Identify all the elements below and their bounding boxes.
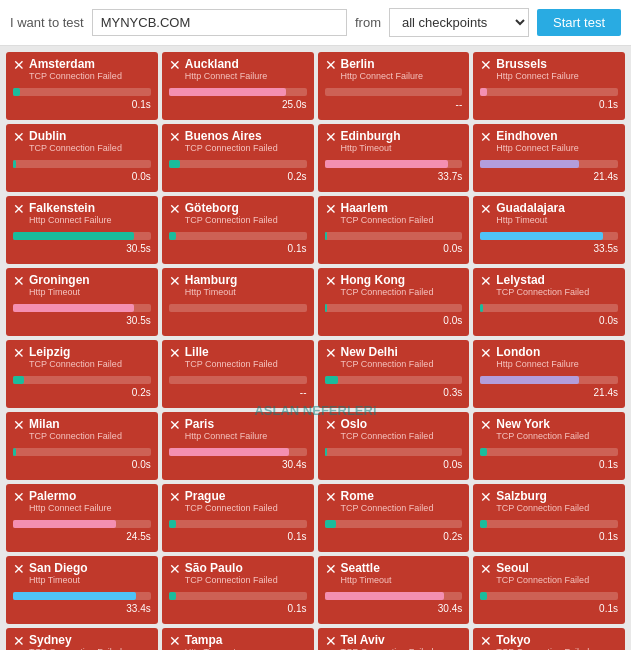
card-status: Http Timeout <box>29 575 151 586</box>
error-icon: ✕ <box>169 490 181 504</box>
card-header: ✕ Milan TCP Connection Failed <box>13 417 151 442</box>
card-title-block: Palermo Http Connect Failure <box>29 489 151 514</box>
card-status: TCP Connection Failed <box>185 215 307 226</box>
card-title-block: Eindhoven Http Connect Failure <box>496 129 618 154</box>
bar-container <box>169 446 307 458</box>
card-city: Salzburg <box>496 489 618 503</box>
card-status: TCP Connection Failed <box>341 287 463 298</box>
card-header: ✕ Buenos Aires TCP Connection Failed <box>169 129 307 154</box>
time-label: 21.4s <box>480 388 618 398</box>
result-card: ✕ Dublin TCP Connection Failed 0.0s <box>6 124 158 192</box>
checkpoint-select[interactable]: all checkpointsEuropeAmericasAsia <box>389 8 529 37</box>
error-icon: ✕ <box>13 490 25 504</box>
card-status: TCP Connection Failed <box>29 143 151 154</box>
card-city: Tampa <box>185 633 307 647</box>
bar-container <box>480 230 618 242</box>
card-status: TCP Connection Failed <box>496 503 618 514</box>
header: I want to test from all checkpointsEurop… <box>0 0 631 46</box>
bar-fill <box>13 592 136 600</box>
card-status: TCP Connection Failed <box>341 215 463 226</box>
card-city: Lelystad <box>496 273 618 287</box>
bar-fill <box>169 232 176 240</box>
bar-fill <box>13 448 16 456</box>
bar-background <box>325 88 463 96</box>
time-label: 0.2s <box>169 172 307 182</box>
card-city: Dublin <box>29 129 151 143</box>
card-title-block: Salzburg TCP Connection Failed <box>496 489 618 514</box>
card-header: ✕ Groningen Http Timeout <box>13 273 151 298</box>
bar-container <box>480 302 618 314</box>
error-icon: ✕ <box>480 58 492 72</box>
result-card: ✕ Göteborg TCP Connection Failed 0.1s <box>162 196 314 264</box>
card-header: ✕ Lelystad TCP Connection Failed <box>480 273 618 298</box>
results-grid: ✕ Amsterdam TCP Connection Failed 0.1s ✕… <box>0 46 631 650</box>
bar-container <box>325 230 463 242</box>
error-icon: ✕ <box>325 274 337 288</box>
error-icon: ✕ <box>13 634 25 648</box>
result-card: ✕ Auckland Http Connect Failure 25.0s <box>162 52 314 120</box>
time-label: 30.5s <box>13 316 151 326</box>
card-header: ✕ London Http Connect Failure <box>480 345 618 370</box>
time-label: 0.0s <box>325 244 463 254</box>
card-status: Http Timeout <box>29 287 151 298</box>
bar-container <box>169 230 307 242</box>
card-status: TCP Connection Failed <box>341 359 463 370</box>
card-header: ✕ Seoul TCP Connection Failed <box>480 561 618 586</box>
bar-container <box>325 86 463 98</box>
card-city: Sydney <box>29 633 151 647</box>
bar-container <box>480 518 618 530</box>
card-title-block: San Diego Http Timeout <box>29 561 151 586</box>
card-status: Http Connect Failure <box>185 71 307 82</box>
result-card: ✕ Eindhoven Http Connect Failure 21.4s <box>473 124 625 192</box>
time-label: 0.1s <box>13 100 151 110</box>
bar-fill <box>480 304 483 312</box>
result-card: ✕ Brussels Http Connect Failure 0.1s <box>473 52 625 120</box>
card-title-block: Berlin Http Connect Failure <box>341 57 463 82</box>
card-city: Oslo <box>341 417 463 431</box>
time-label: 30.4s <box>169 460 307 470</box>
time-label: -- <box>169 388 307 398</box>
result-card: ✕ Sydney TCP Connection Failed 0.2s <box>6 628 158 650</box>
card-city: Milan <box>29 417 151 431</box>
result-card: ✕ New York TCP Connection Failed 0.1s <box>473 412 625 480</box>
card-city: Berlin <box>341 57 463 71</box>
url-input[interactable] <box>92 9 347 36</box>
card-header: ✕ Göteborg TCP Connection Failed <box>169 201 307 226</box>
card-city: Haarlem <box>341 201 463 215</box>
error-icon: ✕ <box>13 418 25 432</box>
bar-background <box>480 520 618 528</box>
bar-fill <box>480 232 603 240</box>
card-header: ✕ Sydney TCP Connection Failed <box>13 633 151 650</box>
card-city: Leipzig <box>29 345 151 359</box>
bar-container <box>13 590 151 602</box>
error-icon: ✕ <box>13 562 25 576</box>
card-city: Hamburg <box>185 273 307 287</box>
time-label: 0.1s <box>480 604 618 614</box>
bar-fill <box>480 88 487 96</box>
card-title-block: Guadalajara Http Timeout <box>496 201 618 226</box>
bar-background <box>480 448 618 456</box>
result-card: ✕ Oslo TCP Connection Failed 0.0s <box>318 412 470 480</box>
card-status: Http Timeout <box>185 287 307 298</box>
result-card: ✕ Lelystad TCP Connection Failed 0.0s <box>473 268 625 336</box>
card-title-block: Falkenstein Http Connect Failure <box>29 201 151 226</box>
bar-fill <box>13 160 16 168</box>
card-header: ✕ New York TCP Connection Failed <box>480 417 618 442</box>
card-title-block: Tampa Http Timeout <box>185 633 307 650</box>
bar-background <box>13 88 151 96</box>
bar-fill <box>13 232 134 240</box>
card-title-block: Amsterdam TCP Connection Failed <box>29 57 151 82</box>
card-header: ✕ Dublin TCP Connection Failed <box>13 129 151 154</box>
card-header: ✕ Guadalajara Http Timeout <box>480 201 618 226</box>
result-card: ✕ Seattle Http Timeout 30.4s <box>318 556 470 624</box>
bar-fill <box>325 376 339 384</box>
card-status: TCP Connection Failed <box>185 575 307 586</box>
result-card: ✕ Rome TCP Connection Failed 0.2s <box>318 484 470 552</box>
result-card: ✕ Prague TCP Connection Failed 0.1s <box>162 484 314 552</box>
error-icon: ✕ <box>169 562 181 576</box>
card-status: Http Connect Failure <box>185 431 307 442</box>
start-button[interactable]: Start test <box>537 9 621 36</box>
time-label: 30.4s <box>325 604 463 614</box>
card-title-block: Buenos Aires TCP Connection Failed <box>185 129 307 154</box>
bar-background <box>169 232 307 240</box>
